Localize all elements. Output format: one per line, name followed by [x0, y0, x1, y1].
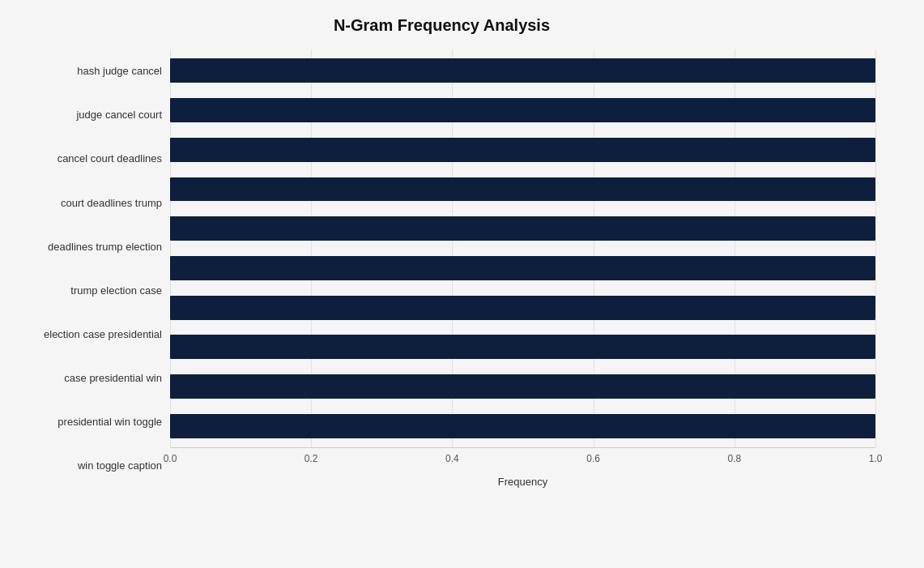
bar-row: [170, 327, 875, 367]
bar-row: [170, 249, 875, 288]
y-label: cancel court deadlines: [57, 152, 162, 165]
chart-container: N-Gram Frequency Analysis hash judge can…: [0, 0, 924, 568]
bar: [170, 177, 875, 202]
bar-row: [170, 51, 875, 91]
bar: [170, 216, 875, 241]
bar: [170, 296, 875, 320]
x-tick: 0.0: [164, 453, 177, 464]
grid-line: [875, 49, 876, 447]
bar-row: [170, 406, 875, 446]
bar: [170, 58, 875, 83]
x-tick: 0.6: [586, 453, 600, 464]
y-label: win toggle caption: [78, 459, 162, 472]
bars-inner: [170, 49, 875, 447]
bar: [170, 138, 875, 162]
y-label: hash judge cancel: [77, 65, 162, 78]
bars-area: [170, 49, 875, 447]
chart-area: hash judge canceljudge cancel courtcance…: [8, 49, 875, 488]
bar-row: [170, 367, 875, 407]
bar: [170, 256, 875, 280]
x-tick: 0.8: [727, 453, 741, 464]
x-axis: Frequency 0.00.20.40.60.81.0: [170, 447, 875, 488]
y-label: trump election case: [70, 284, 162, 297]
y-label: presidential win toggle: [57, 416, 162, 429]
bar: [170, 98, 875, 122]
y-label: case presidential win: [64, 372, 162, 385]
y-label: court deadlines trump: [61, 197, 162, 210]
y-label: election case presidential: [44, 328, 162, 341]
chart-title: N-Gram Frequency Analysis: [8, 16, 875, 35]
bar: [170, 414, 875, 438]
bars-and-x: Frequency 0.00.20.40.60.81.0: [170, 49, 875, 488]
bar-row: [170, 209, 875, 249]
bar-row: [170, 288, 875, 327]
bar-row: [170, 91, 875, 130]
x-tick: 1.0: [869, 453, 883, 464]
x-axis-label: Frequency: [170, 476, 875, 488]
bar-row: [170, 169, 875, 209]
bar: [170, 374, 875, 399]
x-tick: 0.4: [445, 453, 459, 464]
bar-row: [170, 130, 875, 169]
y-label: deadlines trump election: [48, 241, 162, 254]
x-tick: 0.2: [304, 453, 318, 464]
y-label: judge cancel court: [76, 109, 162, 122]
bar: [170, 335, 875, 359]
y-labels: hash judge canceljudge cancel courtcance…: [8, 49, 170, 488]
